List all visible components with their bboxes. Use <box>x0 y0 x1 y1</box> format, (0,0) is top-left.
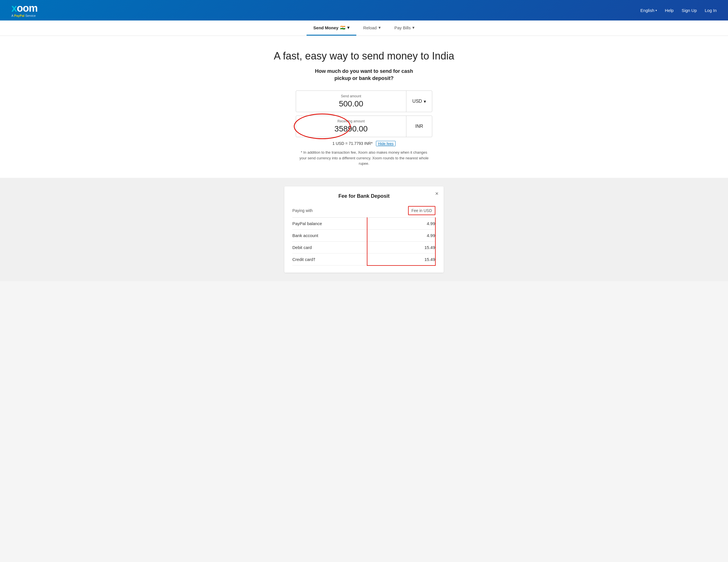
header: xoom A PayPal Service English ▾ Help Sig… <box>0 0 728 20</box>
col-paying-with: Paying with <box>292 204 367 218</box>
receive-amount-label: Receiving amount <box>300 119 402 123</box>
logo-area: xoom A PayPal Service <box>11 3 38 17</box>
currency-chevron-icon: ▾ <box>424 99 426 104</box>
main-content: A fast, easy way to send money to India … <box>0 36 728 178</box>
send-amount-input-area[interactable]: Send amount 500.00 <box>296 91 406 112</box>
exchange-rate-text: 1 USD = 71.7793 INR* <box>332 141 373 146</box>
india-flag-icon: 🇮🇳 <box>340 25 346 30</box>
fee-amount-debit: 15.49 <box>367 241 435 253</box>
login-link[interactable]: Log In <box>705 8 717 13</box>
fee-table: Paying with Fee in USD PayPal balance 4.… <box>292 204 436 266</box>
fee-row-bank: Bank account 4.99 <box>292 229 435 241</box>
send-currency-label: USD <box>412 99 422 104</box>
reload-chevron-icon: ▾ <box>379 25 381 30</box>
fee-method-bank: Bank account <box>292 229 367 241</box>
hide-fees-link[interactable]: Hide fees <box>376 141 396 146</box>
receive-amount-input-area[interactable]: Receiving amount 35890.00 <box>296 116 406 137</box>
fee-amount-paypal: 4.99 <box>367 217 435 229</box>
pay-bills-chevron-icon: ▾ <box>412 25 415 30</box>
receive-amount-value: 35890.00 <box>300 124 402 133</box>
sub-nav: Send Money 🇮🇳 ▾ Reload ▾ Pay Bills ▾ <box>0 20 728 36</box>
hero-title: A fast, easy way to send money to India <box>6 50 722 62</box>
send-amount-row: Send amount 500.00 USD ▾ <box>296 90 432 112</box>
language-label: English <box>640 8 654 13</box>
fee-section: × Fee for Bank Deposit Paying with Fee i… <box>0 178 728 281</box>
footnote-text: * In addition to the transaction fee, Xo… <box>299 150 429 166</box>
xoom-logo: xoom <box>11 3 38 13</box>
tab-send-money[interactable]: Send Money 🇮🇳 ▾ <box>307 20 356 36</box>
inr-label: INR <box>415 124 423 129</box>
receive-amount-row: Receiving amount 35890.00 INR <box>296 115 432 137</box>
fee-method-paypal: PayPal balance <box>292 217 367 229</box>
fee-in-usd-header: Fee in USD <box>408 206 435 215</box>
language-selector[interactable]: English ▾ <box>640 8 657 13</box>
receive-currency-label: INR <box>406 116 432 137</box>
fee-amount-bank: 4.99 <box>367 229 435 241</box>
amount-form: Send amount 500.00 USD ▾ Receiving amoun… <box>296 90 432 137</box>
header-nav: English ▾ Help Sign Up Log In <box>640 8 717 13</box>
send-amount-label: Send amount <box>300 94 402 98</box>
send-money-label: Send Money <box>313 25 338 30</box>
fee-method-credit: Credit card† <box>292 253 367 265</box>
send-amount-value: 500.00 <box>300 99 402 108</box>
fee-amount-credit: 15.49 <box>367 253 435 265</box>
exchange-rate-row: 1 USD = 71.7793 INR* Hide fees <box>6 141 722 146</box>
tab-pay-bills[interactable]: Pay Bills ▾ <box>388 20 422 36</box>
logo-subtitle: A PayPal Service <box>11 14 36 17</box>
fee-card-title: Fee for Bank Deposit <box>292 193 436 199</box>
fee-method-debit: Debit card <box>292 241 367 253</box>
pay-bills-label: Pay Bills <box>394 25 411 30</box>
fee-row-debit: Debit card 15.49 <box>292 241 435 253</box>
fee-row-credit: Credit card† 15.49 <box>292 253 435 265</box>
close-icon[interactable]: × <box>435 190 439 197</box>
help-link[interactable]: Help <box>665 8 674 13</box>
col-fee-in-usd: Fee in USD <box>367 204 435 218</box>
send-currency-selector[interactable]: USD ▾ <box>406 91 432 112</box>
chevron-down-icon: ▾ <box>655 9 657 12</box>
fee-card: × Fee for Bank Deposit Paying with Fee i… <box>284 186 444 272</box>
hero-subtitle: How much do you want to send for cashpic… <box>6 68 722 82</box>
fee-row-paypal: PayPal balance 4.99 <box>292 217 435 229</box>
tab-reload[interactable]: Reload ▾ <box>356 20 388 36</box>
reload-label: Reload <box>363 25 377 30</box>
signup-link[interactable]: Sign Up <box>682 8 697 13</box>
send-money-chevron-icon: ▾ <box>347 25 349 30</box>
